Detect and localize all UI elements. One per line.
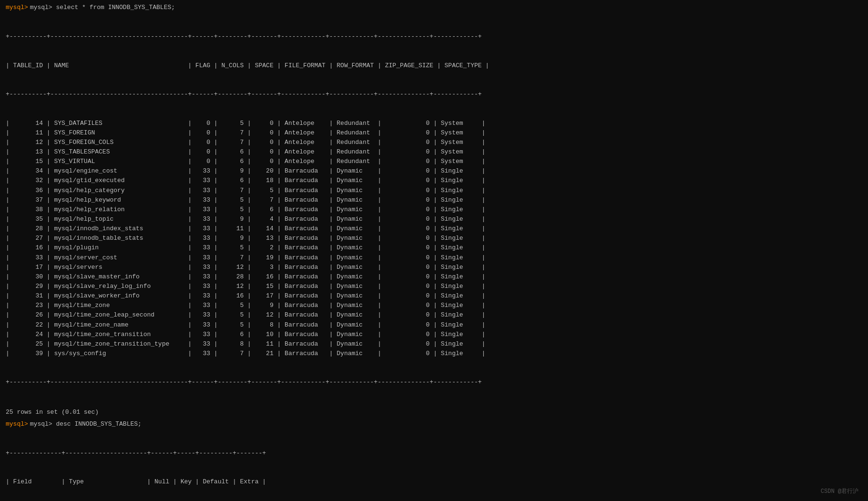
- terminal-window: mysql>mysql> select * from INNODB_SYS_TA…: [6, 4, 862, 501]
- table-row: | 32 | mysql/gtid_executed | 33 | 6 | 18…: [6, 176, 862, 185]
- table-row: | 22 | mysql/time_zone_name | 33 | 5 | 8…: [6, 320, 862, 330]
- table-row: | 31 | mysql/slave_worker_info | 33 | 16…: [6, 291, 862, 301]
- table-row: | 26 | mysql/time_zone_leap_second | 33 …: [6, 310, 862, 320]
- table2-wrapper: +--------------+----------------------+-…: [6, 429, 862, 501]
- table-row: | 25 | mysql/time_zone_transition_type |…: [6, 339, 862, 349]
- table-row: | 15 | SYS_VIRTUAL | 0 | 6 | 0 | Antelop…: [6, 157, 862, 166]
- table-row: | 23 | mysql/time_zone | 33 | 5 | 9 | Ba…: [6, 301, 862, 310]
- table1-rows: | 14 | SYS_DATAFILES | 0 | 5 | 0 | Antel…: [6, 119, 862, 359]
- table-row: | 11 | SYS_FOREIGN | 0 | 7 | 0 | Antelop…: [6, 128, 862, 138]
- table-row: | 33 | mysql/server_cost | 33 | 7 | 19 |…: [6, 253, 862, 263]
- table-row: | 28 | mysql/innodb_index_stats | 33 | 1…: [6, 224, 862, 234]
- table-row: | 37 | mysql/help_keyword | 33 | 5 | 7 |…: [6, 195, 862, 205]
- table-row: | 12 | SYS_FOREIGN_COLS | 0 | 7 | 0 | An…: [6, 138, 862, 147]
- table-row: | 35 | mysql/help_topic | 33 | 9 | 4 | B…: [6, 215, 862, 224]
- table1-sep-bot: +----------+----------------------------…: [6, 378, 862, 387]
- query2-prompt: mysql>mysql> desc INNODB_SYS_TABLES;: [6, 420, 862, 428]
- table1-header: | TABLE_ID | NAME | FLAG | N_COLS | SPAC…: [6, 61, 862, 71]
- table2-header: | Field | Type | Null | Key | Default | …: [6, 477, 862, 487]
- result1: 25 rows in set (0.01 sec): [6, 409, 862, 416]
- table-row: | 39 | sys/sys_config | 33 | 7 | 21 | Ba…: [6, 349, 862, 358]
- table1-wrapper: +----------+----------------------------…: [6, 13, 862, 407]
- table-row: | 29 | mysql/slave_relay_log_info | 33 |…: [6, 282, 862, 291]
- watermark: CSDN @君行沪: [821, 487, 858, 495]
- table-row: | 13 | SYS_TABLESPACES | 0 | 6 | 0 | Ant…: [6, 147, 862, 157]
- table-row: | 17 | mysql/servers | 33 | 12 | 3 | Bar…: [6, 263, 862, 272]
- table2-sep-top: +--------------+----------------------+-…: [6, 449, 862, 458]
- table-row: | 34 | mysql/engine_cost | 33 | 9 | 20 |…: [6, 166, 862, 176]
- table-row: | 24 | mysql/time_zone_transition | 33 |…: [6, 330, 862, 339]
- table-row: | 16 | mysql/plugin | 33 | 5 | 2 | Barra…: [6, 243, 862, 253]
- table-row: | 14 | SYS_DATAFILES | 0 | 5 | 0 | Antel…: [6, 119, 862, 128]
- table-row: | 27 | mysql/innodb_table_stats | 33 | 9…: [6, 234, 862, 243]
- table-row: | 36 | mysql/help_category | 33 | 7 | 5 …: [6, 186, 862, 195]
- query1-prompt: mysql>mysql> select * from INNODB_SYS_TA…: [6, 4, 862, 11]
- table-row: | 38 | mysql/help_relation | 33 | 5 | 6 …: [6, 205, 862, 215]
- table-row: | 30 | mysql/slave_master_info | 33 | 28…: [6, 272, 862, 282]
- table1-sep-mid: +----------+----------------------------…: [6, 90, 862, 99]
- table1-sep-top: +----------+----------------------------…: [6, 32, 862, 41]
